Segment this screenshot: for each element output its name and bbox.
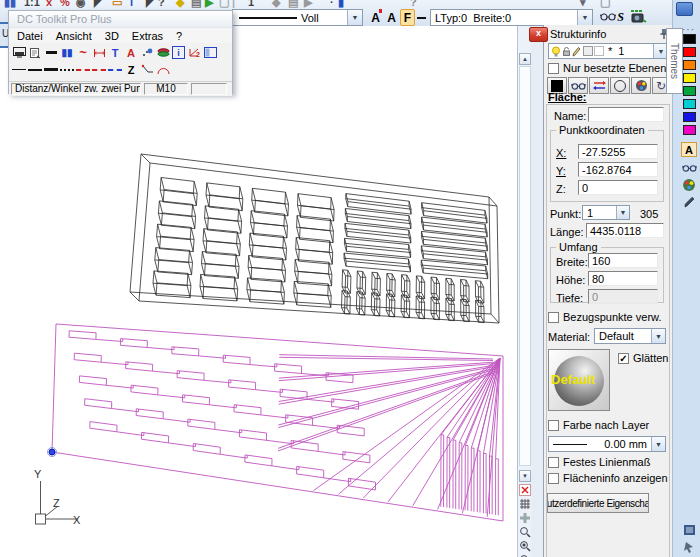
canvas-scrollbar[interactable]: ▲ ▼ — [517, 26, 531, 557]
dimension-icon[interactable] — [92, 46, 106, 60]
swap-direction-button[interactable] — [589, 77, 609, 94]
x-input[interactable]: -27.5255 — [578, 144, 658, 159]
strip-glasses-button[interactable] — [681, 160, 697, 175]
strip-extra-button-1[interactable] — [681, 522, 697, 537]
s-tool-button[interactable]: S — [613, 9, 628, 26]
clipped-icon: ▮ — [338, 0, 344, 9]
palette-swatch[interactable] — [683, 112, 696, 122]
snapshot-icon[interactable] — [630, 9, 647, 26]
dc-toolkit-window[interactable]: DC Toolkit Pro Plus Datei Ansicht 3D Ext… — [8, 10, 233, 94]
layer-box-icon — [583, 46, 593, 56]
page-icon[interactable] — [28, 46, 42, 60]
measure-icon[interactable]: 2 — [187, 46, 201, 60]
chevron-down-icon[interactable]: ▼ — [347, 10, 362, 25]
delete-view-icon[interactable] — [519, 484, 531, 498]
swap-arrows-icon — [593, 80, 606, 91]
palette-swatch[interactable] — [683, 125, 696, 135]
palette-swatch[interactable] — [683, 73, 696, 83]
linestyle-red-dashdot-icon[interactable] — [92, 69, 106, 71]
strip-palette-button[interactable] — [681, 177, 697, 192]
thick-line-icon[interactable] — [44, 46, 58, 60]
drawing-canvas[interactable]: Y Z X — [0, 26, 517, 557]
fill-toggle-button[interactable]: F — [400, 9, 415, 26]
clipped-icon: ◆ — [176, 0, 184, 9]
info-icon[interactable]: i — [172, 46, 185, 59]
material-preview[interactable]: Default — [548, 349, 610, 411]
line-style-combo[interactable]: Voll ▼ — [232, 9, 363, 26]
linestyle-red-dashed-icon[interactable] — [76, 69, 90, 71]
menu-extras[interactable]: Extras — [132, 30, 163, 42]
chevron-down-icon[interactable]: ▼ — [651, 437, 665, 451]
only-occupied-checkbox[interactable] — [548, 63, 559, 74]
laenge-input[interactable]: 4435.0118 — [586, 223, 664, 238]
pan-icon[interactable] — [519, 512, 531, 526]
linestyle-medium-icon[interactable] — [28, 69, 42, 71]
hoehe-input[interactable]: 80 — [588, 271, 658, 286]
chevron-down-icon[interactable]: ▼ — [577, 10, 592, 25]
window-title[interactable]: DC Toolkit Pro Plus — [9, 11, 232, 28]
font-smaller-button[interactable]: A — [384, 9, 399, 26]
layer-star: * — [608, 45, 612, 57]
themes-tab[interactable]: Themes — [666, 28, 683, 94]
zoom-extents-icon[interactable] — [519, 540, 531, 554]
layer-combo[interactable]: * 1 ▼ — [548, 43, 669, 59]
workspace-icon[interactable] — [676, 2, 693, 16]
palette-swatch[interactable] — [683, 60, 696, 70]
z-input[interactable]: 0 — [578, 180, 658, 195]
glaetten-checkbox[interactable]: ✓ — [618, 353, 629, 364]
custom-properties-button[interactable]: enutzerdefinierte Eigenschafte — [547, 493, 649, 513]
bezugspunkte-checkbox[interactable] — [548, 312, 559, 323]
ltyp-combo[interactable]: LTyp:0 Breite:0 ▼ — [430, 9, 593, 26]
linestyle-thick-icon[interactable] — [44, 68, 58, 71]
flaecheninfo-checkbox[interactable] — [548, 473, 559, 484]
ltyp-value: LTyp:0 Breite:0 — [431, 12, 515, 24]
clipped-icon: ? — [410, 0, 417, 8]
spline-icon[interactable]: ~ — [76, 46, 90, 60]
menu-ansicht[interactable]: Ansicht — [56, 30, 92, 42]
linestyle-thin-icon[interactable] — [12, 69, 26, 70]
panel-layout-icon[interactable] — [203, 46, 217, 60]
palette-swatch[interactable] — [683, 99, 696, 109]
festes-linienmass-checkbox[interactable] — [548, 457, 559, 468]
menu-datei[interactable]: Datei — [17, 30, 43, 42]
linewidth-combo[interactable]: 0.00 mm ▼ — [548, 436, 666, 452]
annotation-tool-icon[interactable]: A — [124, 46, 138, 60]
screen-icon[interactable] — [12, 46, 26, 60]
scroll-up-button[interactable]: ▲ — [519, 53, 531, 65]
palette-swatch[interactable] — [683, 47, 696, 57]
chevron-down-icon[interactable]: ▼ — [616, 206, 629, 219]
strip-pen-button[interactable] — [681, 195, 697, 210]
arc-icon[interactable] — [156, 63, 170, 77]
angle-icon[interactable] — [140, 63, 154, 77]
flaecheninfo-label: Flächeninfo anzeigen — [563, 472, 668, 484]
layers-disc-icon[interactable] — [156, 46, 170, 60]
menu-3d[interactable]: 3D — [105, 30, 119, 42]
linestyle-dotted-icon[interactable] — [60, 69, 74, 71]
farbe-nach-layer-checkbox[interactable] — [548, 420, 559, 431]
scrollbar-track[interactable] — [519, 66, 531, 466]
points-icon[interactable] — [140, 46, 154, 60]
grid-icon[interactable] — [519, 498, 531, 512]
view-dropdown-button[interactable]: ▼ — [519, 470, 531, 482]
z-order-icon[interactable]: Z — [124, 63, 138, 77]
text-tool-icon[interactable]: T — [108, 46, 122, 60]
close-button[interactable]: x — [529, 27, 548, 42]
chevron-down-icon[interactable]: ▼ — [651, 329, 665, 343]
text-attribute-button[interactable]: A — [681, 142, 697, 157]
line-icon[interactable] — [417, 17, 426, 19]
font-bigger-button[interactable]: A — [368, 9, 383, 26]
circle-tool-button[interactable] — [610, 77, 630, 94]
zoom-window-icon[interactable] — [519, 526, 531, 540]
palette-swatch[interactable] — [683, 86, 696, 96]
y-input[interactable]: -162.8764 — [578, 162, 658, 177]
parallel-lines-icon[interactable]: ▮▮ — [60, 46, 74, 60]
name-input[interactable] — [588, 107, 664, 122]
color-sphere-button[interactable] — [631, 77, 651, 94]
palette-swatch[interactable] — [683, 34, 696, 44]
punkt-combo[interactable]: 1 ▼ — [582, 205, 630, 220]
menu-help[interactable]: ? — [176, 30, 182, 42]
strip-extra-button-2[interactable] — [681, 539, 697, 554]
linestyle-blue-dashed-icon[interactable] — [108, 69, 122, 71]
material-combo[interactable]: Default ▼ — [594, 328, 666, 344]
breite-input[interactable]: 160 — [588, 253, 658, 268]
